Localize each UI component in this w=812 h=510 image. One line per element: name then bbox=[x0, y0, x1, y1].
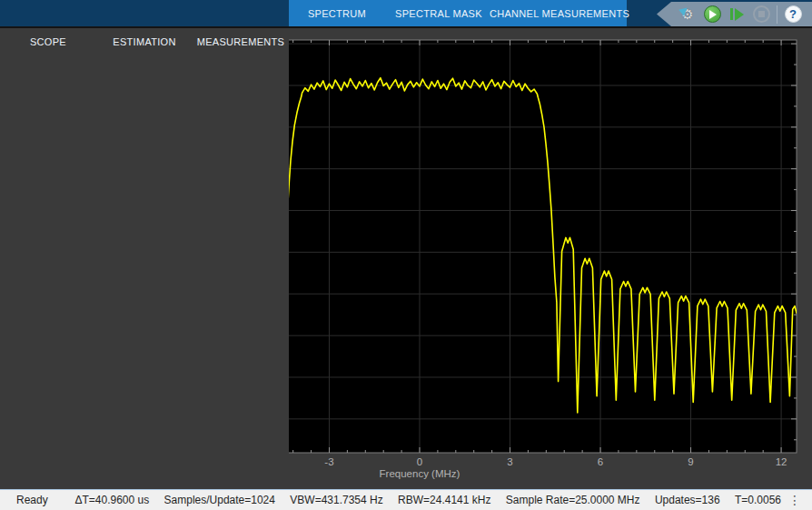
x-tick-label: 12 bbox=[776, 456, 787, 467]
tab-group-main: SCOPE ESTIMATION MEASUREMENTS bbox=[0, 26, 289, 489]
stop-button[interactable] bbox=[752, 5, 770, 24]
tab-measurements[interactable]: MEASUREMENTS bbox=[193, 28, 289, 55]
tab-estimation[interactable]: ESTIMATION bbox=[96, 28, 193, 55]
x-tick-label: 3 bbox=[507, 456, 512, 467]
help-icon: ? bbox=[785, 5, 802, 23]
tab-channel-measurements[interactable]: CHANNEL MEASUREMENTS bbox=[492, 0, 627, 26]
tab-spectral-mask-label: SPECTRAL MASK bbox=[395, 8, 482, 19]
run-button[interactable] bbox=[703, 5, 721, 24]
tab-channel-measurements-label: CHANNEL MEASUREMENTS bbox=[490, 8, 629, 19]
spectrum-analyzer-window: SCOPE ESTIMATION MEASUREMENTS SPECTRUM S… bbox=[0, 0, 812, 510]
step-forward-button[interactable] bbox=[728, 5, 746, 24]
status-samples-per-update: Samples/Update=1024 bbox=[164, 494, 275, 506]
status-metrics: ΔT=40.9600 us Samples/Update=1024 VBW=43… bbox=[63, 494, 781, 506]
stop-icon bbox=[753, 5, 770, 23]
tab-spectrum-label: SPECTRUM bbox=[308, 8, 366, 19]
status-vbw: VBW=431.7354 Hz bbox=[290, 494, 382, 506]
simulation-settings-button[interactable]: ⚙ bbox=[678, 5, 697, 24]
x-tick-label: 6 bbox=[598, 456, 603, 467]
status-time: T=0.0056 bbox=[735, 494, 781, 506]
tab-spectral-mask[interactable]: SPECTRAL MASK bbox=[385, 0, 492, 26]
step-forward-icon bbox=[730, 8, 733, 20]
help-button[interactable]: ? bbox=[784, 5, 802, 24]
tab-group-spectral: SPECTRUM SPECTRAL MASK CHANNEL MEASUREME… bbox=[289, 0, 627, 26]
status-updates: Updates=136 bbox=[655, 494, 720, 506]
status-delta-t: ΔT=40.9600 us bbox=[74, 494, 149, 506]
tab-measurements-label: MEASUREMENTS bbox=[197, 36, 285, 47]
status-rbw: RBW=24.4141 kHz bbox=[398, 494, 490, 506]
status-sample-rate: Sample Rate=25.0000 MHz bbox=[506, 494, 640, 506]
tab-estimation-label: ESTIMATION bbox=[113, 36, 175, 47]
x-tick-label: 0 bbox=[417, 456, 422, 467]
x-tick-label: -3 bbox=[324, 456, 333, 467]
toolbar-divider bbox=[777, 5, 777, 24]
status-state: Ready bbox=[16, 494, 48, 506]
toolstrip: SCOPE ESTIMATION MEASUREMENTS SPECTRUM S… bbox=[0, 0, 812, 26]
tab-spectrum[interactable]: SPECTRUM bbox=[289, 0, 385, 26]
x-tick-label: 9 bbox=[688, 456, 693, 467]
status-bar: Ready ΔT=40.9600 us Samples/Update=1024 … bbox=[0, 489, 812, 510]
overflow-menu-icon[interactable]: ⋮ bbox=[788, 491, 801, 510]
run-icon bbox=[704, 5, 721, 23]
tab-scope[interactable]: SCOPE bbox=[0, 28, 96, 55]
tab-scope-label: SCOPE bbox=[30, 36, 66, 47]
simulate-button-panel: ⚙ ? bbox=[657, 2, 812, 26]
